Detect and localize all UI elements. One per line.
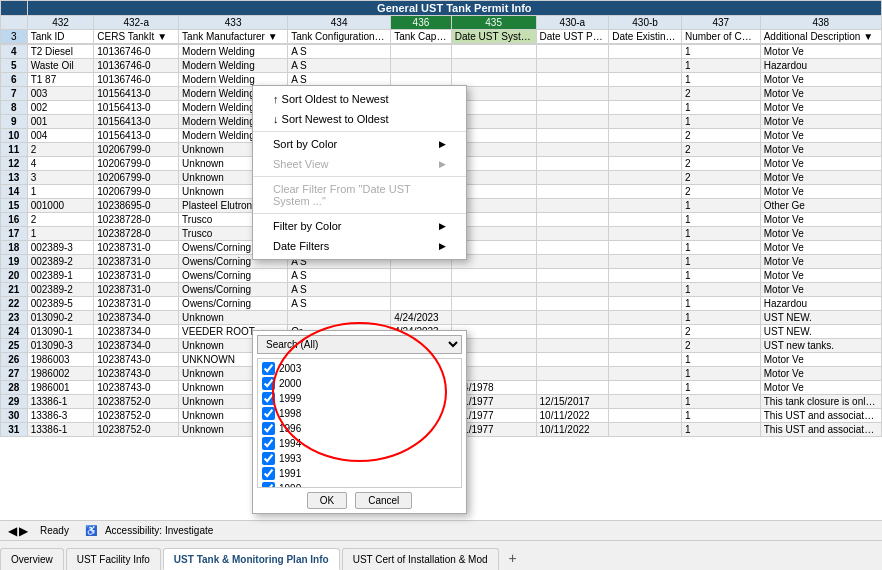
header-dateInstalled[interactable]: Date UST System Installed ▼ <box>451 30 536 44</box>
filter-checkbox-1[interactable] <box>262 377 275 390</box>
header-tankid[interactable]: Tank ID <box>27 30 94 44</box>
data-cell: 013090-1 <box>27 325 94 339</box>
filter-checkbox-4[interactable] <box>262 422 275 435</box>
data-cell: Hazardou <box>760 297 881 311</box>
filter-checkbox-8[interactable] <box>262 482 275 488</box>
data-cell: 10238731-0 <box>94 297 179 311</box>
tab-1[interactable]: UST Facility Info <box>66 548 161 570</box>
menu-item-label: Clear Filter From "Date UST System ..." <box>273 183 446 207</box>
data-cell <box>609 409 682 423</box>
data-cell: Owens/Corning <box>179 269 288 283</box>
menu-item-1[interactable]: ↓ Sort Newest to Oldest <box>253 109 466 129</box>
menu-item-0[interactable]: ↑ Sort Oldest to Newest <box>253 89 466 109</box>
filter-list-item: 1991 <box>260 466 459 481</box>
tab-3[interactable]: UST Cert of Installation & Mod <box>342 548 499 570</box>
row-number: 28 <box>1 381 28 395</box>
data-cell: 10156413-0 <box>94 101 179 115</box>
tab-2[interactable]: UST Tank & Monitoring Plan Info <box>163 548 340 570</box>
data-cell: 10206799-0 <box>94 185 179 199</box>
menu-item-label: Filter by Color <box>273 220 341 232</box>
col-437: 437 <box>681 16 760 30</box>
data-cell <box>609 311 682 325</box>
data-cell <box>536 45 609 59</box>
data-cell: 1 <box>681 269 760 283</box>
row-num-header: 3 <box>1 30 28 44</box>
tab-0[interactable]: Overview <box>0 548 64 570</box>
header-tankCap[interactable]: Tank Capacity In Gallo ▼ <box>391 30 452 44</box>
menu-item-2[interactable]: Sort by Color▶ <box>253 134 466 154</box>
data-cell: 1 <box>681 311 760 325</box>
header-dateDiscovered[interactable]: Date Existing UST Discovere ▼ <box>609 30 682 44</box>
data-cell <box>609 325 682 339</box>
filter-item-label: 1993 <box>279 453 301 464</box>
filter-cancel-button[interactable]: Cancel <box>355 492 412 509</box>
tab-add-button[interactable]: + <box>501 546 525 570</box>
data-cell: UST new tanks. <box>760 339 881 353</box>
data-cell: 4 <box>27 157 94 171</box>
row-number: 24 <box>1 325 28 339</box>
data-cell: 1 <box>681 241 760 255</box>
data-cell <box>609 59 682 73</box>
header-dateClosed[interactable]: Date UST Permanently Closed ▼ <box>536 30 609 44</box>
data-cell <box>609 381 682 395</box>
data-cell <box>609 339 682 353</box>
data-cell: A S <box>288 283 391 297</box>
row-number: 16 <box>1 213 28 227</box>
menu-item-5[interactable]: Filter by Color▶ <box>253 216 466 236</box>
filter-search-select[interactable]: Search (All) <box>257 335 462 354</box>
data-cell: 10238728-0 <box>94 213 179 227</box>
data-cell <box>536 101 609 115</box>
filter-checkbox-3[interactable] <box>262 407 275 420</box>
data-cell: 10238728-0 <box>94 227 179 241</box>
data-cell: 10238731-0 <box>94 241 179 255</box>
menu-item-4: Clear Filter From "Date UST System ..." <box>253 179 466 211</box>
filter-item-label: 1991 <box>279 468 301 479</box>
filter-checkbox-5[interactable] <box>262 437 275 450</box>
filter-ok-button[interactable]: OK <box>307 492 347 509</box>
filter-item-label: 1999 <box>279 393 301 404</box>
filter-checkbox-2[interactable] <box>262 392 275 405</box>
data-cell <box>391 59 452 73</box>
data-cell: Modern Welding <box>179 59 288 73</box>
data-cell: Other Ge <box>760 199 881 213</box>
data-cell <box>609 199 682 213</box>
data-cell: Motor Ve <box>760 269 881 283</box>
data-cell <box>609 297 682 311</box>
data-cell: Motor Ve <box>760 353 881 367</box>
row-number: 9 <box>1 115 28 129</box>
data-cell <box>451 283 536 297</box>
col-438: 438 <box>760 16 881 30</box>
menu-item-label: Sort by Color <box>273 138 337 150</box>
menu-arrow-icon: ▶ <box>439 159 446 169</box>
header-tankConfig[interactable]: Tank Configuration ▼ <box>288 30 391 44</box>
row-number: 22 <box>1 297 28 311</box>
menu-item-6[interactable]: Date Filters▶ <box>253 236 466 256</box>
header-tankMfg[interactable]: Tank Manufacturer ▼ <box>179 30 288 44</box>
data-cell <box>609 101 682 115</box>
row-number: 30 <box>1 409 28 423</box>
data-cell <box>609 367 682 381</box>
filter-list-item: 2000 <box>260 376 459 391</box>
data-cell <box>451 45 536 59</box>
data-cell: 002 <box>27 101 94 115</box>
data-cell: Motor Ve <box>760 129 881 143</box>
data-cell: 3 <box>27 171 94 185</box>
data-cell: 003 <box>27 87 94 101</box>
filter-checkbox-7[interactable] <box>262 467 275 480</box>
nav-left[interactable]: ◀ <box>8 524 17 538</box>
header-addDesc[interactable]: Additional Description ▼ <box>760 30 881 44</box>
accessibility-label: Accessibility: Investigate <box>105 525 213 536</box>
nav-right[interactable]: ▶ <box>19 524 28 538</box>
row-number: 11 <box>1 143 28 157</box>
header-numCompartments[interactable]: Number of Compartments in the Unit ▼ <box>681 30 760 44</box>
data-cell: Hazardou <box>760 59 881 73</box>
filter-panel: Search (All) 200320001999199819961994199… <box>252 330 467 514</box>
data-cell: 10238743-0 <box>94 381 179 395</box>
data-cell: Owens/Corning <box>179 283 288 297</box>
data-cell: A S <box>288 297 391 311</box>
filter-checkbox-6[interactable] <box>262 452 275 465</box>
header-cersTankIt[interactable]: CERS TankIt ▼ <box>94 30 179 44</box>
data-cell <box>609 213 682 227</box>
filter-checkbox-0[interactable] <box>262 362 275 375</box>
data-cell: 10156413-0 <box>94 129 179 143</box>
